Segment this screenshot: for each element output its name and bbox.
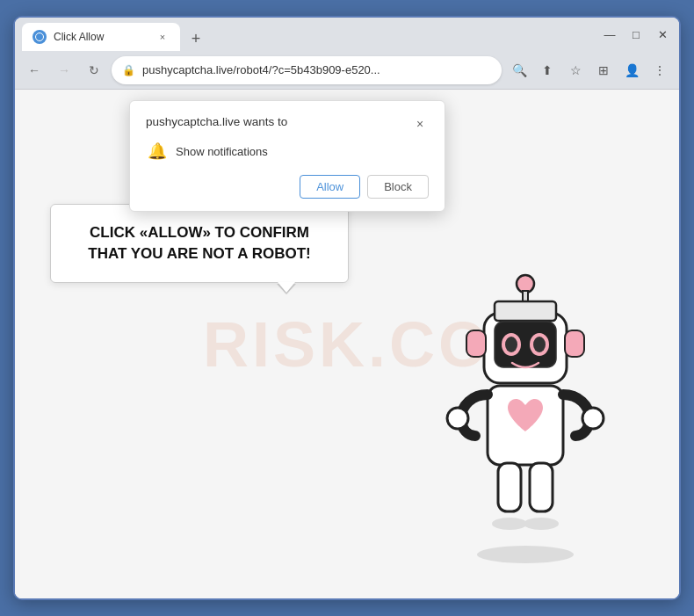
notification-row: 🔔 Show notifications [148,141,429,161]
close-button[interactable]: ✕ [653,25,672,44]
forward-button[interactable]: → [52,58,76,83]
tab-title: Click Allow [54,31,148,43]
tab-area: Click Allow × + [22,18,593,51]
maximize-button[interactable]: □ [626,25,646,44]
popup-close-btn[interactable]: × [411,115,429,133]
svg-point-18 [477,546,574,563]
notification-popup: pushycaptcha.live wants to × 🔔 Show noti… [129,100,445,212]
svg-point-8 [533,337,546,352]
svg-point-12 [447,408,468,429]
back-button[interactable]: ← [22,58,47,83]
svg-point-16 [492,518,527,530]
active-tab[interactable]: Click Allow × [22,23,180,51]
address-bar[interactable]: 🔒 pushycaptcha.live/robot4/?c=5b43b909-e… [112,56,502,84]
speech-text: CLICK «ALLOW» TO CONFIRM THAT YOU ARE NO… [76,222,323,265]
minimize-button[interactable]: — [600,25,619,44]
robot-svg [424,265,626,581]
profile-icon-btn[interactable]: 👤 [619,58,644,83]
popup-header: pushycaptcha.live wants to × [146,115,429,133]
block-button[interactable]: Block [367,175,429,199]
browser-window: Click Allow × + — □ ✕ ← → ↻ 🔒 pushycaptc… [13,16,681,600]
popup-actions: Allow Block [146,175,429,199]
window-controls: — □ ✕ [600,25,672,44]
nav-icons: 🔍 ⬆ ☆ ⊞ 👤 ⋮ [507,58,672,83]
svg-point-7 [505,337,517,352]
tab-favicon [33,30,47,44]
search-icon-btn[interactable]: 🔍 [507,58,531,83]
extensions-icon-btn[interactable]: ⊞ [591,58,616,83]
page-background: RISK.CO CLICK «ALLOW» TO CONFIRM THAT YO… [15,90,679,598]
svg-point-13 [582,408,604,429]
svg-rect-3 [495,301,556,321]
svg-rect-9 [466,330,486,357]
svg-rect-14 [498,463,521,511]
tab-close-btn[interactable]: × [155,30,170,44]
refresh-button[interactable]: ↻ [82,58,106,83]
allow-button[interactable]: Allow [300,175,360,199]
bookmark-icon-btn[interactable]: ☆ [563,58,588,83]
svg-rect-10 [565,330,584,357]
new-tab-button[interactable]: + [184,26,208,51]
share-icon-btn[interactable]: ⬆ [535,58,560,83]
svg-point-17 [524,518,559,530]
menu-icon-btn[interactable]: ⋮ [647,58,672,83]
speech-bubble: CLICK «ALLOW» TO CONFIRM THAT YOU ARE NO… [50,204,349,283]
bell-icon: 🔔 [148,141,167,161]
robot-illustration [424,265,626,581]
popup-title: pushycaptcha.live wants to [146,115,287,128]
nav-bar: ← → ↻ 🔒 pushycaptcha.live/robot4/?c=5b43… [15,51,679,90]
lock-icon: 🔒 [122,64,135,76]
content-area: RISK.CO CLICK «ALLOW» TO CONFIRM THAT YO… [15,90,679,598]
notification-label: Show notifications [176,145,268,158]
title-bar: Click Allow × + — □ ✕ [15,18,679,51]
svg-rect-15 [530,463,553,511]
url-text: pushycaptcha.live/robot4/?c=5b43b909-e52… [142,63,491,76]
